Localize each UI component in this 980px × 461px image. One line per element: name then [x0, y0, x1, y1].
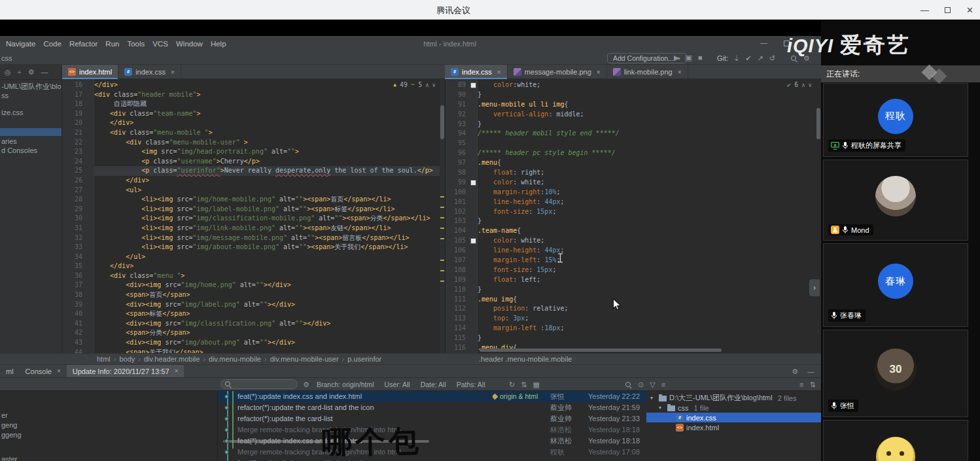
breadcrumb-item[interactable]: body: [119, 355, 135, 363]
search-everywhere-icon[interactable]: [790, 55, 797, 62]
settings-gear-icon[interactable]: ⚙: [303, 380, 309, 389]
menu-item-window[interactable]: Window: [172, 40, 207, 48]
editor-tab-index.css[interactable]: #index.css×: [445, 65, 508, 79]
settings-gear-icon[interactable]: ⚙: [792, 367, 798, 376]
filter-icon[interactable]: ▽: [650, 380, 655, 389]
branch-item-fragment[interactable]: ggeng: [1, 431, 22, 439]
project-tree-item-fragment[interactable]: -UML\团队作业\blog\ht: [1, 82, 62, 92]
code-line[interactable]: .menu{: [478, 158, 821, 168]
project-tree-item-fragment[interactable]: aries: [1, 137, 62, 145]
menu-item-code[interactable]: Code: [39, 40, 65, 48]
code-line[interactable]: color: white;: [478, 236, 821, 246]
css-editor[interactable]: 89 color:white;90}91.menu-mobile ul li i…: [445, 79, 821, 353]
code-line[interactable]: /***** header mobil style end *****/: [478, 129, 821, 139]
code-line[interactable]: <div><img src="img/classification.png" a…: [94, 319, 445, 329]
commit-icon[interactable]: ✔: [745, 54, 751, 63]
code-line[interactable]: </div>: [94, 262, 445, 271]
project-tree-item-fragment[interactable]: d Consoles: [1, 146, 62, 154]
code-line[interactable]: </div>: [94, 176, 445, 186]
breadcrumb-item[interactable]: div.menu-mobile: [209, 355, 261, 363]
prev-issue-icon[interactable]: ∧: [425, 82, 429, 88]
code-line[interactable]: line-height: 44px;: [478, 246, 821, 256]
code-line[interactable]: margin-left: 15%;: [478, 256, 821, 265]
close-icon[interactable]: ×: [175, 367, 179, 375]
horizontal-scrollbar-thumb[interactable]: [223, 440, 429, 443]
tool-window-tab[interactable]: ml: [0, 365, 20, 378]
git-filter[interactable]: User: All: [385, 381, 410, 388]
code-line[interactable]: .team-name{: [478, 226, 821, 236]
code-line[interactable]: <span>首页</span>: [94, 290, 445, 300]
participant-tile[interactable]: [823, 420, 968, 461]
expand-collapse-icon[interactable]: ⇅: [809, 380, 815, 389]
breadcrumb-item[interactable]: html: [97, 355, 111, 363]
git-filter[interactable]: Paths: All: [457, 381, 485, 388]
tool-window-tab[interactable]: Console×: [20, 365, 67, 378]
run-icon[interactable]: ▶: [674, 53, 679, 62]
code-line[interactable]: <li><img src="img/message-mobile.png" al…: [94, 233, 445, 243]
warning-stripe-mark[interactable]: [440, 270, 444, 271]
chevron-down-icon[interactable]: ▾: [659, 405, 665, 411]
code-line[interactable]: </div>: [94, 118, 445, 128]
tool-window-tab[interactable]: Update Info: 2020/11/27 13:57×: [67, 365, 184, 378]
warning-stripe-mark[interactable]: [440, 196, 444, 197]
code-line[interactable]: <li><img src="img/link-mobile.png" alt="…: [94, 224, 445, 233]
close-icon[interactable]: ✕: [966, 5, 973, 15]
code-line[interactable]: <div><img src="img/label.png" alt=""></d…: [94, 300, 445, 310]
editor-tab-message-mobile.png[interactable]: message-mobile.png×: [508, 65, 607, 79]
code-line[interactable]: <li><img src="img/label-mobile.png" alt=…: [94, 205, 445, 214]
sort-icon[interactable]: ⇅: [521, 380, 527, 389]
editor-tab-link-mobile.png[interactable]: link-mobile.png×: [607, 65, 688, 79]
settings-gear-icon[interactable]: ⚙: [28, 67, 35, 77]
code-line[interactable]: <li><img src="img/home-mobile.png" alt="…: [94, 195, 445, 205]
push-icon[interactable]: ↗: [758, 54, 763, 63]
commit-row[interactable]: feat(*):update index.css and index.html: [218, 458, 646, 461]
participant-tile[interactable]: Mond: [823, 160, 968, 241]
close-icon[interactable]: ×: [57, 367, 61, 375]
next-issue-icon[interactable]: ∨: [809, 82, 812, 88]
editor-tab-index.html[interactable]: <>index.html: [62, 65, 118, 79]
breadcrumb-item[interactable]: div.menu-mobile-user: [270, 355, 339, 363]
git-filter[interactable]: Date: All: [421, 381, 446, 388]
search-icon[interactable]: [625, 381, 632, 388]
layout-icon[interactable]: ▦: [533, 380, 539, 389]
menu-item-run[interactable]: Run: [101, 40, 123, 48]
menu-item-refactor[interactable]: Refactor: [65, 40, 101, 48]
participant-tile[interactable]: 春琳张春琳: [823, 243, 968, 327]
editor-tab-index.css[interactable]: #index.css×: [118, 65, 181, 79]
code-line[interactable]: <li><img src="img/classification-mobile.…: [94, 214, 445, 224]
changed-file-row[interactable]: ▾D:\大三-UML\团队作业\blog\html2 files: [646, 393, 821, 403]
warning-stripe-mark[interactable]: [440, 260, 444, 261]
menu-item-navigate[interactable]: Navigate: [2, 40, 39, 48]
hide-panel-icon[interactable]: —: [41, 67, 48, 77]
code-line[interactable]: <div><img src="img/about.png" alt=""></d…: [94, 338, 445, 348]
update-project-icon[interactable]: ⇣: [733, 54, 739, 63]
code-line[interactable]: font-size: 15px;: [478, 265, 821, 275]
scrollbar-thumb[interactable]: [816, 108, 820, 139]
code-line[interactable]: }: [478, 216, 821, 226]
refresh-icon[interactable]: ↻: [509, 380, 515, 389]
inspections-widget[interactable]: ✔ 6 ∧ ∨: [787, 81, 812, 88]
menu-item-help[interactable]: Help: [207, 40, 230, 48]
branch-item-fragment[interactable]: geng: [1, 421, 17, 429]
expand-all-icon[interactable]: ≡: [799, 380, 803, 389]
code-line[interactable]: /***** header pc style begin *****/: [478, 148, 821, 158]
code-line[interactable]: }: [478, 120, 821, 129]
code-line[interactable]: font-size: 15px;: [478, 207, 821, 217]
inspections-widget[interactable]: ▲ 49 ~ 5 ∧ ∨: [393, 81, 436, 88]
warning-stripe-mark[interactable]: [440, 228, 444, 229]
code-line[interactable]: </ul>: [94, 252, 445, 262]
code-line[interactable]: }: [478, 285, 821, 295]
code-line[interactable]: <li><img src="img/about-mobile.png" alt=…: [94, 243, 445, 252]
minimize-icon[interactable]: —: [920, 5, 929, 15]
maximize-icon[interactable]: [945, 7, 951, 13]
code-line[interactable]: 自适即隐藏: [94, 99, 445, 109]
prev-issue-icon[interactable]: ∧: [801, 82, 805, 88]
code-line[interactable]: top: 3px;: [478, 314, 821, 324]
code-line[interactable]: </div>: [94, 80, 445, 90]
git-log-search-input[interactable]: [220, 379, 298, 389]
breadcrumb-item[interactable]: div.header.mobile: [144, 355, 200, 363]
collapse-all-icon[interactable]: ÷: [18, 67, 22, 77]
changed-file-row[interactable]: #index.css: [646, 413, 821, 422]
html-editor[interactable]: 16</div>17<div class="header mobile">18 …: [62, 79, 445, 353]
settings-gear-icon[interactable]: ⚙: [803, 54, 810, 63]
